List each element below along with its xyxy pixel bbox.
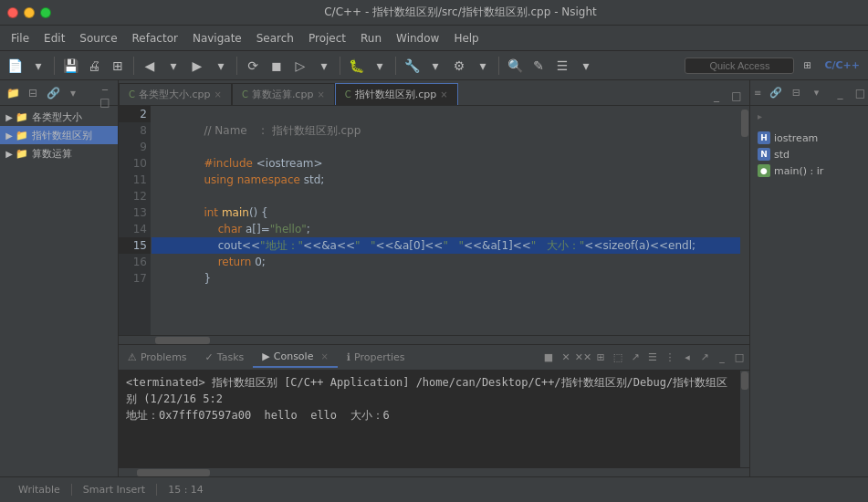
problems-label: Problems <box>141 351 187 363</box>
back-dropdown[interactable]: ▾ <box>162 55 184 77</box>
editor-vscroll[interactable] <box>740 106 749 335</box>
tree-item-1[interactable]: ▶ 📁 指针数组区别 <box>0 126 118 144</box>
tree-item-0[interactable]: ▶ 📁 各类型大小 <box>0 108 118 126</box>
menu-project[interactable]: Project <box>301 30 353 47</box>
toolbar-dropdown-3[interactable]: ▾ <box>424 55 446 77</box>
console-clear-btn[interactable]: ✕✕ <box>575 350 591 366</box>
link-editor-btn[interactable]: 🔗 <box>44 84 62 102</box>
menu-help[interactable]: Help <box>446 30 486 47</box>
tab-maximize-btn[interactable]: □ <box>727 87 746 105</box>
tab-1[interactable]: C 算数运算.cpp × <box>232 83 335 105</box>
debug-button[interactable]: 🐛 <box>345 55 367 77</box>
toolbar-btn-10[interactable]: ✎ <box>528 55 549 77</box>
toolbar-btn-11[interactable]: ☰ <box>551 55 573 77</box>
maximize-button[interactable] <box>40 7 51 18</box>
toolbar-btn-5[interactable]: ◼ <box>266 55 288 77</box>
forward-dropdown[interactable]: ▾ <box>210 55 232 77</box>
outline-maximize-btn[interactable]: □ <box>851 84 868 102</box>
menu-refactor[interactable]: Refactor <box>125 30 185 47</box>
toolbar-btn-3[interactable]: ⊞ <box>107 55 129 77</box>
toolbar-dropdown[interactable]: ▾ <box>27 55 49 77</box>
new-button[interactable]: 📄 <box>4 55 26 77</box>
outline-link-btn[interactable]: 🔗 <box>767 84 785 102</box>
quick-access-input[interactable] <box>685 58 794 74</box>
collapse-all-btn[interactable]: ⊟ <box>24 84 42 102</box>
new-project-btn[interactable]: 📁 <box>4 84 22 102</box>
console-btn-3[interactable]: ↗ <box>627 350 643 366</box>
toolbar-btn-7[interactable]: 🔧 <box>401 55 423 77</box>
close-button[interactable] <box>7 7 18 18</box>
console-close-icon[interactable]: × <box>320 351 328 361</box>
save-button[interactable]: 💾 <box>59 55 81 77</box>
toolbar-btn-8[interactable]: ⚙ <box>448 55 470 77</box>
bottom-panel: ⚠ Problems ✓ Tasks ▶ Console × ℹ Prope <box>119 344 749 476</box>
editor-hscroll[interactable] <box>119 335 749 344</box>
tab-close-0[interactable]: × <box>214 89 222 99</box>
tab-close-1[interactable]: × <box>317 89 324 99</box>
console-hscroll[interactable] <box>119 467 749 476</box>
console-vscroll[interactable] <box>740 371 749 467</box>
menu-window[interactable]: Window <box>389 30 446 47</box>
console-btn-7[interactable]: ↗ <box>696 350 713 366</box>
console-vscroll-thumb[interactable] <box>741 371 748 390</box>
outline-collapse-btn[interactable]: ⊟ <box>787 84 805 102</box>
console-btn-5[interactable]: ⋮ <box>662 350 678 366</box>
tab-minimize-btn[interactable]: _ <box>707 87 726 105</box>
bottom-tab-tasks[interactable]: ✓ Tasks <box>196 348 254 367</box>
tree-item-2[interactable]: ▶ 📁 算数运算 <box>0 144 118 162</box>
toolbar-dropdown-4[interactable]: ▾ <box>472 55 494 77</box>
tab-2[interactable]: C 指针数组区别.cpp × <box>335 83 458 105</box>
outline-filter-btn[interactable]: ▾ <box>807 84 825 102</box>
code-line-2: // Name : 指针数组区别.cpp <box>152 106 740 122</box>
tab-icon-0: C <box>129 89 135 99</box>
menu-search[interactable]: Search <box>249 30 301 47</box>
outline-item-std[interactable]: N std <box>750 146 868 162</box>
tree-arrow-2: ▶ <box>4 149 15 159</box>
console-btn-1[interactable]: ⊞ <box>592 350 609 366</box>
toolbar-dropdown-5[interactable]: ▾ <box>575 55 597 77</box>
menu-file[interactable]: File <box>4 30 37 47</box>
toolbar-sep-6 <box>498 57 499 75</box>
outline-item-main[interactable]: ● main() : ir <box>750 162 868 179</box>
toolbar-dropdown-2[interactable]: ▾ <box>313 55 335 77</box>
menu-run[interactable]: Run <box>353 30 389 47</box>
console-minimize-btn[interactable]: _ <box>714 350 730 366</box>
console-maximize-btn[interactable]: □ <box>731 350 748 366</box>
cpp-perspective[interactable]: C/C++ <box>820 55 864 77</box>
minimize-button[interactable] <box>24 7 35 18</box>
menu-source[interactable]: Source <box>72 30 124 47</box>
folder-icon-1: 📁 <box>15 128 29 142</box>
outline-minimize-btn[interactable]: _ <box>831 84 849 102</box>
console-btn-4[interactable]: ☰ <box>644 350 661 366</box>
console-btn-2[interactable]: ⬚ <box>610 350 626 366</box>
console-hscroll-thumb[interactable] <box>137 469 210 476</box>
left-panel-hscroll[interactable] <box>0 467 118 476</box>
bottom-tab-console[interactable]: ▶ Console × <box>253 347 338 368</box>
menu-edit[interactable]: Edit <box>37 30 72 47</box>
back-button[interactable]: ◀ <box>139 55 161 77</box>
outline-panel: ≡ 🔗 ⊟ ▾ _ □ ▸ H iostream <box>749 80 868 476</box>
console-terminate-btn[interactable]: ✕ <box>558 350 574 366</box>
code-content[interactable]: // Name : 指针数组区别.cpp #include <iostream>… <box>152 106 740 335</box>
tab-0[interactable]: C 各类型大小.cpp × <box>119 83 232 105</box>
forward-button[interactable]: ▶ <box>186 55 208 77</box>
perspective-button[interactable]: ⊞ <box>798 57 816 75</box>
console-stop-btn[interactable]: ■ <box>540 350 557 366</box>
bottom-tab-properties[interactable]: ℹ Properties <box>338 348 414 367</box>
toolbar-btn-4[interactable]: ⟳ <box>242 55 264 77</box>
toolbar-btn-9[interactable]: 🔍 <box>504 55 526 77</box>
bottom-tab-problems[interactable]: ⚠ Problems <box>119 348 196 367</box>
menu-navigate[interactable]: Navigate <box>185 30 249 47</box>
editor-vscroll-thumb[interactable] <box>741 110 748 137</box>
toolbar-sep-4 <box>340 57 340 75</box>
debug-dropdown[interactable]: ▾ <box>369 55 391 77</box>
console-btn-6[interactable]: ◂ <box>679 350 695 366</box>
editor-hscroll-thumb[interactable] <box>155 337 210 344</box>
minimize-panel-btn[interactable]: _ <box>96 80 114 93</box>
print-button[interactable]: 🖨 <box>83 55 105 77</box>
outline-item-iostream[interactable]: H iostream <box>750 130 868 146</box>
tab-close-2[interactable]: × <box>440 89 447 99</box>
outline-label-iostream: iostream <box>774 132 818 144</box>
toolbar-btn-6[interactable]: ▷ <box>289 55 311 77</box>
view-menu-btn[interactable]: ▾ <box>64 84 82 102</box>
